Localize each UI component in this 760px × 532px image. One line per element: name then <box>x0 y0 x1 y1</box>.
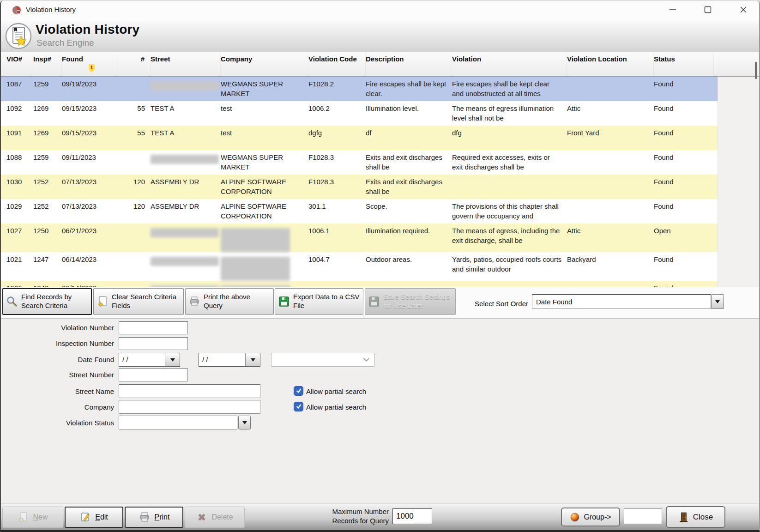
bottom-bar: Maximum Number Records for Query Group->… <box>1 503 759 531</box>
date-range-select[interactable] <box>271 353 375 367</box>
vertical-scrollbar[interactable] <box>755 62 757 79</box>
company-input[interactable] <box>119 400 260 414</box>
column-header-number[interactable]: # <box>118 52 151 76</box>
cell-found: 09/15/2023 <box>62 126 118 150</box>
cell-violation-location <box>567 77 654 101</box>
maximize-button[interactable] <box>697 0 719 20</box>
door-icon <box>678 512 689 523</box>
table-row[interactable]: 1091126909/15/202355TEST AtestdgfgdfdfgF… <box>1 126 718 150</box>
cell-description: Fire escapes shall be kept clear. <box>366 77 452 101</box>
date-to-dropdown-button[interactable] <box>245 353 260 366</box>
column-header-violation-code[interactable]: Violation Code <box>308 52 366 76</box>
print-button[interactable]: Print <box>125 507 183 528</box>
cell-street-number: 55 <box>118 101 151 126</box>
street-name-input[interactable] <box>119 384 260 398</box>
cell-company: WEGMANS SUPER MARKET <box>221 150 308 175</box>
table-row[interactable]: 1029125207/13/2023120ASSEMBLY DRALPINE S… <box>1 199 718 224</box>
cell-violation-location <box>567 175 654 199</box>
redacted-street <box>151 257 219 266</box>
date-found-to-value: / / <box>199 353 245 366</box>
cell-found: 07/13/2023 <box>62 199 118 224</box>
close-button[interactable]: Close <box>666 506 725 528</box>
find-records-button[interactable]: Find Records by Search Criteria <box>2 288 92 315</box>
column-header-violation[interactable]: Violation <box>452 52 567 76</box>
export-csv-button[interactable]: Export Data to a CSV File <box>275 288 363 315</box>
clear-search-button[interactable]: Clear Search Criteria Fields <box>93 288 184 315</box>
cell-insp: 1259 <box>33 77 62 101</box>
print-query-button[interactable]: Print the above Query <box>185 288 274 315</box>
floppy-icon <box>278 296 290 308</box>
export-csv-button-label: Export Data to a CSV File <box>293 293 360 310</box>
table-row[interactable]: 1092126909/15/202355TEST Atest1006.2Illu… <box>1 101 718 126</box>
cell-violation: The means of egress illumination level s… <box>452 101 567 126</box>
cell-status: Open <box>654 224 714 252</box>
column-header-vio[interactable]: VIO# <box>6 52 33 76</box>
cell-company <box>221 281 308 287</box>
chevron-down-icon <box>242 421 247 427</box>
edit-button[interactable]: Edit <box>65 507 123 528</box>
clear-search-button-label: Clear Search Criteria Fields <box>112 293 181 310</box>
cell-found: 09/11/2023 <box>62 150 118 175</box>
cell-description: Illumination required. <box>366 224 452 252</box>
violation-status-dropdown-button[interactable] <box>238 416 251 429</box>
table-row[interactable]: 1030125207/13/2023120ASSEMBLY DRALPINE S… <box>1 175 718 199</box>
date-from-dropdown-button[interactable] <box>165 353 180 366</box>
violation-number-input[interactable] <box>119 321 188 334</box>
cell-street: ASSEMBLY DR <box>151 175 221 199</box>
cell-violation: The provisions of this chapter shall gov… <box>452 199 567 224</box>
table-body: 1087125909/19/2023WEGMANS SUPER MARKETF1… <box>1 77 718 287</box>
cell-street <box>151 77 221 101</box>
column-header-found[interactable]: Found <box>62 52 118 76</box>
cell-vio: 1092 <box>6 101 33 126</box>
table-row[interactable]: 1088125909/11/2023WEGMANS SUPER MARKETF1… <box>1 150 718 175</box>
violation-status-input[interactable] <box>119 416 237 429</box>
table-row[interactable]: 1027125006/21/20231006.1Illumination req… <box>1 224 718 252</box>
street-partial-checkbox[interactable] <box>294 386 303 396</box>
find-records-button-label: Find Records by Search Criteria <box>21 293 88 310</box>
cell-violation-code: 1004.7 <box>308 252 366 281</box>
cell-description: Exits and exit discharges shall be <box>366 150 452 175</box>
redacted-street <box>151 81 219 91</box>
group-button-label: Group-> <box>584 513 611 521</box>
cell-violation-location <box>567 281 654 287</box>
column-header-company[interactable]: Company <box>221 52 308 76</box>
redacted-street <box>151 155 219 164</box>
check-icon <box>296 387 302 395</box>
column-header-status[interactable]: Status <box>654 52 714 76</box>
sort-order-label: Select Sort Order <box>463 300 528 308</box>
inspection-number-input[interactable] <box>119 337 188 350</box>
street-number-input[interactable] <box>119 369 188 381</box>
cell-street-number <box>118 252 151 281</box>
minimize-button[interactable] <box>662 0 684 20</box>
close-window-button[interactable] <box>732 0 754 20</box>
column-header-violation-location[interactable]: Violation Location <box>567 52 654 76</box>
cell-status: Found <box>654 175 714 199</box>
group-button[interactable]: Group-> <box>561 508 620 526</box>
group-value-box[interactable] <box>624 508 662 524</box>
edit-button-label: Edit <box>95 513 108 521</box>
new-button-label: New <box>33 513 48 521</box>
column-header-description[interactable]: Description <box>366 52 452 76</box>
table-row[interactable]: 1021124706/14/20231004.7Outdoor areas.Ya… <box>1 252 718 281</box>
cell-insp: 1259 <box>33 150 62 175</box>
print-button-label: Print <box>155 513 170 521</box>
page-subtitle: Search Engine <box>36 38 94 48</box>
cell-insp: 1269 <box>33 126 62 150</box>
date-found-to-picker[interactable]: / / <box>199 353 260 367</box>
table-row[interactable]: 1026124906/14/2023Found <box>1 281 718 287</box>
cell-street: TEST A <box>151 126 221 150</box>
sort-order-dropdown-button[interactable] <box>711 294 724 309</box>
cell-street-number <box>118 281 151 287</box>
cell-vio: 1088 <box>6 150 33 175</box>
violation-status-label: Violation Status <box>36 417 114 429</box>
sort-order-combobox[interactable]: Date Found <box>532 294 711 309</box>
cell-found: 06/21/2023 <box>62 224 118 252</box>
max-records-input[interactable] <box>392 508 432 524</box>
cell-violation-location <box>567 199 654 224</box>
date-found-from-picker[interactable]: / / <box>119 353 180 367</box>
window-title: Violation History <box>26 6 76 13</box>
company-partial-checkbox[interactable] <box>294 402 303 411</box>
table-row[interactable]: 1087125909/19/2023WEGMANS SUPER MARKETF1… <box>1 77 718 101</box>
column-header-insp[interactable]: Insp# <box>33 52 62 76</box>
column-header-street[interactable]: Street <box>151 52 221 76</box>
